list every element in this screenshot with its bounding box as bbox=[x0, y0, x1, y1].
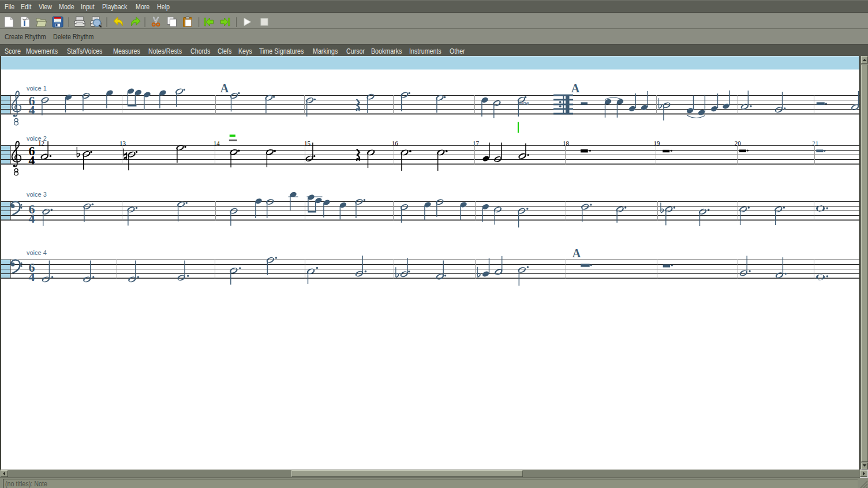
svg-text:voice 4: voice 4 bbox=[27, 249, 47, 256]
svg-text:21: 21 bbox=[812, 140, 818, 147]
svg-text:17: 17 bbox=[473, 140, 480, 147]
svg-text:4: 4 bbox=[29, 103, 35, 117]
svg-text:voice 1: voice 1 bbox=[27, 85, 47, 92]
svg-text:A: A bbox=[573, 247, 581, 260]
svg-text:12: 12 bbox=[38, 140, 44, 147]
svg-text:20: 20 bbox=[735, 140, 742, 147]
svg-text:13: 13 bbox=[119, 140, 126, 147]
svg-text:19: 19 bbox=[654, 140, 661, 147]
svg-text:14: 14 bbox=[214, 140, 220, 147]
svg-text:A: A bbox=[571, 82, 580, 95]
svg-text:voice 3: voice 3 bbox=[27, 191, 47, 198]
svg-text:A: A bbox=[220, 82, 229, 95]
svg-text:4: 4 bbox=[29, 269, 35, 284]
svg-text:4: 4 bbox=[29, 211, 35, 226]
svg-text:4: 4 bbox=[29, 153, 35, 167]
svg-text:15: 15 bbox=[304, 140, 311, 147]
svg-text:16: 16 bbox=[392, 140, 399, 147]
svg-text:18: 18 bbox=[563, 140, 570, 147]
